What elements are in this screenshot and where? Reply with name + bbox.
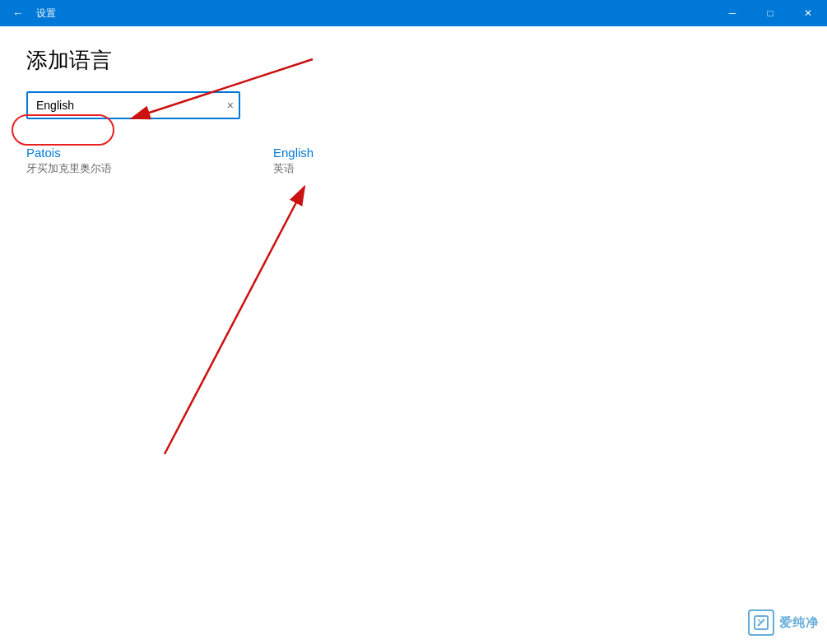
- back-button[interactable]: ←: [7, 2, 30, 25]
- minimize-button[interactable]: ─: [713, 0, 751, 26]
- language-name: Patois: [26, 146, 273, 160]
- back-icon: ←: [12, 7, 24, 20]
- window: ← 设置 ─ □ ✕ 添加语言 × Patois 牙买加克里奥尔语 Englis…: [0, 0, 827, 644]
- language-native: 牙买加克里奥尔语: [26, 161, 273, 176]
- watermark-icon: [748, 609, 774, 636]
- watermark: 爱纯净: [748, 609, 819, 636]
- maximize-button[interactable]: □: [751, 0, 789, 26]
- list-item-patois[interactable]: Patois 牙买加克里奥尔语: [26, 139, 273, 186]
- language-native: 英语: [273, 161, 520, 176]
- page-title: 添加语言: [26, 46, 801, 75]
- search-clear-button[interactable]: ×: [227, 100, 234, 111]
- language-name: English: [273, 146, 520, 160]
- titlebar: ← 设置 ─ □ ✕: [0, 0, 827, 26]
- list-item-english[interactable]: English 英语: [273, 139, 520, 186]
- search-input[interactable]: [26, 91, 240, 119]
- titlebar-controls: ─ □ ✕: [713, 0, 827, 26]
- close-button[interactable]: ✕: [789, 0, 827, 26]
- svg-line-3: [165, 187, 304, 454]
- titlebar-left: ← 设置: [7, 2, 56, 25]
- results-grid: Patois 牙买加克里奥尔语 English 英语: [26, 139, 801, 186]
- content-area: 添加语言 × Patois 牙买加克里奥尔语 English 英语: [0, 26, 827, 644]
- search-container: ×: [26, 91, 240, 119]
- watermark-text: 爱纯净: [779, 615, 819, 631]
- titlebar-title: 设置: [36, 7, 56, 21]
